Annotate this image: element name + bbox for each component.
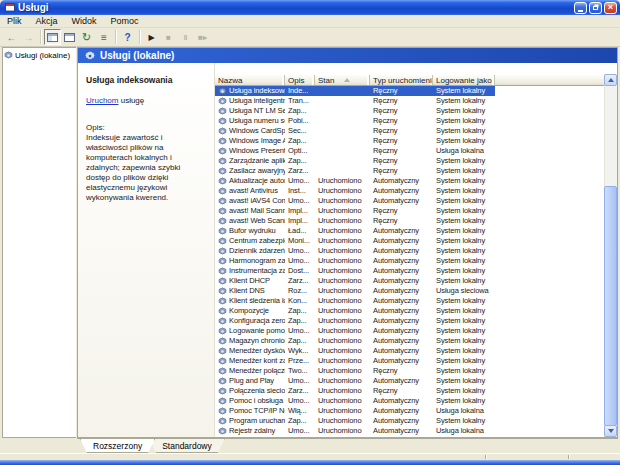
start-service-link[interactable]: Uruchom [86,96,118,105]
service-name-cell: Zarządzanie aplikacj... [215,156,285,166]
service-logon-cell: System lokalny [433,366,495,376]
service-row[interactable]: Zarządzanie aplikacj...Zap...RęcznySyste… [215,156,604,166]
scrollbar-thumb[interactable] [604,186,617,426]
service-row[interactable]: Usługa indeksowaniaInde...RęcznySystem l… [215,86,604,96]
service-row[interactable]: Program uruchamiaj...Zap...UruchomionoAu… [215,416,604,426]
service-name-cell: Aktualizacje automa... [215,176,285,186]
service-startup-type-cell: Automatyczny [370,266,433,276]
service-row[interactable]: Usługa NT LM Secur...Zap...RęcznySystem … [215,106,604,116]
app-icon [5,3,15,12]
service-row[interactable]: Pomoc TCP/IP NetB...Włą...UruchomionoAut… [215,406,604,416]
close-button[interactable]: × [604,2,617,14]
service-row[interactable]: Logowanie pomocni...Umo...UruchomionoAut… [215,326,604,336]
service-row[interactable]: Usługa inteligentne...Tran...RęcznySyste… [215,96,604,106]
service-gear-icon [218,117,227,126]
start-service-button[interactable]: ▶ [143,29,160,45]
service-row[interactable]: avast! iAVS4 Contr...Umo...UruchomionoAu… [215,196,604,206]
column-header-logon-as[interactable]: Logowanie jako [433,75,495,85]
service-logon-cell: System lokalny [433,276,495,286]
service-row[interactable]: Menedżer kont zab...Prze...UruchomionoAu… [215,356,604,366]
stop-service-icon: ■ [166,33,171,42]
menu-plik[interactable]: Plik [0,15,29,28]
service-row[interactable]: Harmonogram zadańUmo...UruchomionoAutoma… [215,256,604,266]
menu-akcja[interactable]: Akcja [29,15,65,28]
column-header-description[interactable]: Opis [285,75,315,85]
restore-button[interactable] [589,2,602,14]
service-row[interactable]: Rejestr zdalnyUmo...UruchomionoAutomatyc… [215,426,604,436]
service-description-cell: Zarz... [285,276,315,286]
service-row[interactable]: Magazyn chronionyZap...UruchomionoAutoma… [215,336,604,346]
refresh-button[interactable]: ↻ [78,29,95,45]
status-bar [0,453,620,460]
service-gear-icon [218,177,227,186]
service-row[interactable]: Zasilacz awaryjny (...Zarz...RęcznySyste… [215,166,604,176]
service-row[interactable]: Usługa numeru sery...Pobi...RęcznySystem… [215,116,604,126]
stop-service-button[interactable]: ■ [160,29,177,45]
show-console-tree-button[interactable] [44,29,61,45]
column-header-status[interactable]: Stan [315,75,370,85]
service-logon-cell: System lokalny [433,266,495,276]
service-row[interactable]: Windows CardSpaceSec...RęcznySystem loka… [215,126,604,136]
service-row[interactable]: Klient DHCPZarz...UruchomionoAutomatyczn… [215,276,604,286]
service-startup-type-cell: Automatyczny [370,296,433,306]
service-name-cell: Konfiguracja zerow... [215,316,285,326]
tree-item-services-local[interactable]: Usługi (lokalne) [4,51,75,60]
service-row[interactable]: Klient śledzenia łącz...Kon...Uruchomion… [215,296,604,306]
forward-button[interactable]: → [20,29,37,45]
service-status-cell: Uruchomiono [315,266,370,276]
service-status-cell [315,106,370,116]
service-gear-icon [218,377,227,386]
service-row[interactable]: Menedżer połączeń ...Two...UruchomionoRę… [215,366,604,376]
service-status-cell: Uruchomiono [315,376,370,386]
column-header-name[interactable]: Nazwa [215,75,285,85]
menu-pomoc[interactable]: Pomoc [104,15,146,28]
scroll-down-button[interactable] [604,425,617,437]
service-status-cell: Uruchomiono [315,416,370,426]
service-status-cell: Uruchomiono [315,326,370,336]
menu-widok[interactable]: Widok [65,15,104,28]
service-name-cell: Harmonogram zadań [215,256,285,266]
selected-service-title: Usługa indeksowania [86,75,206,85]
restart-service-button[interactable]: ■▸ [194,29,211,45]
service-row[interactable]: Klient DNSRoz...UruchomionoAutomatycznyU… [215,286,604,296]
service-row[interactable]: Dziennik zdarzeńUmo...UruchomionoAutomat… [215,246,604,256]
service-row[interactable]: Plug and PlayUmo...UruchomionoAutomatycz… [215,376,604,386]
service-row[interactable]: Pomoc i obsługa tec...Umo...UruchomionoA… [215,396,604,406]
service-logon-cell: System lokalny [433,396,495,406]
scroll-up-button[interactable] [604,74,617,86]
service-row[interactable]: Bufor wydrukuŁad...UruchomionoAutomatycz… [215,226,604,236]
service-row[interactable]: Połączenia siecioweZarz...UruchomionoRęc… [215,386,604,396]
back-button[interactable]: ← [3,29,20,45]
service-row[interactable]: KompozycjeZap...UruchomionoAutomatycznyS… [215,306,604,316]
tab-standardowy[interactable]: Standardowy [149,439,225,453]
service-startup-type-cell: Automatyczny [370,396,433,406]
service-row[interactable]: avast! Mail ScannerImpl...UruchomionoRęc… [215,206,604,216]
service-row[interactable]: Menedżer dysków l...Wyk...UruchomionoAut… [215,346,604,356]
service-row[interactable]: Aktualizacje automa...Umo...UruchomionoA… [215,176,604,186]
service-name-cell: Magazyn chroniony [215,336,285,346]
properties-button[interactable] [61,29,78,45]
help-button[interactable]: ? [119,29,136,45]
service-status-cell: Uruchomiono [315,206,370,216]
refresh-icon: ↻ [82,31,91,44]
service-row[interactable]: Instrumentacja zarz...Dost...Uruchomiono… [215,266,604,276]
service-status-cell [315,156,370,166]
titlebar[interactable]: Usługi × [0,0,620,15]
menubar: Plik Akcja Widok Pomoc [0,15,620,28]
service-row[interactable]: Windows Image Ac...Zap...RęcznySystem lo… [215,136,604,146]
export-list-button[interactable]: ≡ [95,29,112,45]
service-gear-icon [218,197,227,206]
service-row[interactable]: avast! AntivirusInst...UruchomionoAutoma… [215,186,604,196]
service-row[interactable]: Konfiguracja zerow...Zap...UruchomionoAu… [215,316,604,326]
tab-rozszerzony[interactable]: Rozszerzony [80,439,155,453]
service-row[interactable]: avast! Web ScannerImpl...UruchomionoRęcz… [215,216,604,226]
service-name-cell: Dziennik zdarzeń [215,246,285,256]
minimize-button[interactable] [574,2,587,14]
vertical-scrollbar[interactable] [604,74,617,437]
service-logon-cell: Usługa lokalna [433,406,495,416]
service-name-cell: Menedżer dysków l... [215,346,285,356]
service-row[interactable]: Windows Presentati...Opti...RęcznyUsługa… [215,146,604,156]
column-header-startup-type[interactable]: Typ uruchomienia [370,75,433,85]
service-row[interactable]: Centrum zabezpieczeńMoni...UruchomionoAu… [215,236,604,246]
pause-service-button[interactable]: ‖ [177,29,194,45]
